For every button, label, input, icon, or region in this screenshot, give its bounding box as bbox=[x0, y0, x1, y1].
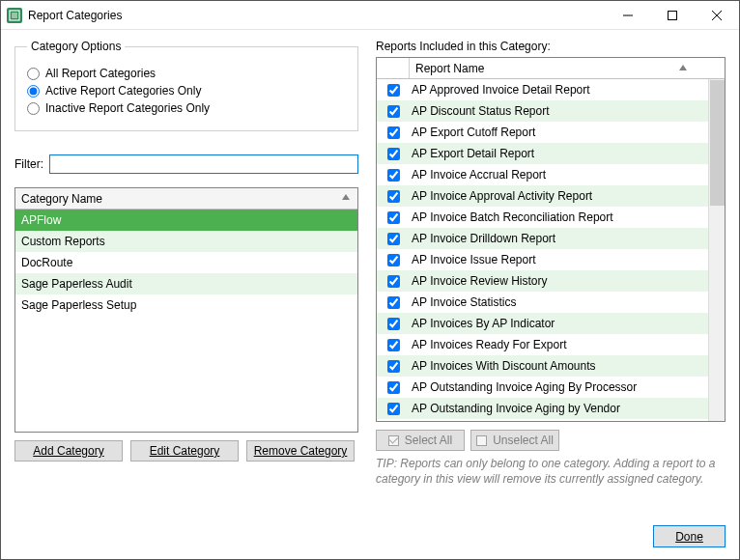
reports-list[interactable]: Report Name AP Approved Invoice Detail R… bbox=[376, 57, 726, 422]
category-header[interactable]: Category Name bbox=[15, 188, 357, 210]
report-row[interactable]: AP Invoice Accrual Report bbox=[377, 164, 708, 185]
minimize-button[interactable] bbox=[606, 1, 650, 29]
close-button[interactable] bbox=[695, 1, 739, 29]
report-name: AP Invoice Review History bbox=[410, 274, 708, 288]
report-name: AP Invoices With Discount Amounts bbox=[410, 359, 708, 373]
unselect-all-button[interactable]: Unselect All bbox=[470, 430, 559, 451]
report-name: AP Invoice Accrual Report bbox=[410, 168, 708, 182]
report-checkbox[interactable] bbox=[387, 403, 400, 415]
report-row[interactable]: AP Approved Invoice Detail Report bbox=[377, 79, 708, 100]
report-checkbox[interactable] bbox=[387, 275, 400, 288]
report-checkbox[interactable] bbox=[387, 126, 400, 139]
report-checkbox[interactable] bbox=[387, 169, 400, 182]
category-options-group: Category Options All Report Categories A… bbox=[14, 40, 358, 131]
report-row[interactable]: AP Invoices By AP Indicator bbox=[377, 313, 708, 334]
edit-category-button[interactable]: Edit Category bbox=[130, 440, 239, 462]
report-name: AP Invoice Statistics bbox=[410, 295, 708, 309]
report-checkbox[interactable] bbox=[387, 105, 400, 118]
report-name: AP Approved Invoice Detail Report bbox=[410, 83, 708, 97]
report-row[interactable]: AP Invoice Review History bbox=[377, 270, 708, 292]
report-checkbox[interactable] bbox=[387, 190, 400, 203]
reports-checkbox-header[interactable] bbox=[377, 58, 410, 78]
report-row[interactable]: AP Export Cutoff Report bbox=[377, 122, 708, 143]
radio-active-only[interactable]: Active Report Categories Only bbox=[27, 84, 346, 98]
report-name: AP Invoices Ready For Export bbox=[410, 338, 708, 351]
app-icon bbox=[7, 8, 22, 23]
report-checkbox[interactable] bbox=[387, 233, 400, 245]
report-row[interactable]: AP Export Detail Report bbox=[377, 143, 708, 164]
report-checkbox[interactable] bbox=[387, 211, 400, 224]
category-options-legend: Category Options bbox=[27, 40, 125, 53]
filter-input[interactable] bbox=[49, 154, 358, 174]
svg-rect-1 bbox=[669, 11, 677, 19]
report-name: AP Invoice Approval Activity Report bbox=[410, 189, 708, 203]
report-row[interactable]: AP Invoice Statistics bbox=[377, 292, 708, 313]
report-name: AP Invoice Batch Reconciliation Report bbox=[410, 210, 708, 224]
report-row[interactable]: AP Invoices With Discount Amounts bbox=[377, 355, 708, 377]
report-row[interactable]: AP Invoices Ready For Export bbox=[377, 334, 708, 355]
window-title: Report Categories bbox=[28, 9, 122, 22]
report-checkbox[interactable] bbox=[387, 148, 400, 160]
report-row[interactable]: AP Outstanding Invoice Aging By Processo… bbox=[377, 377, 708, 398]
report-checkbox[interactable] bbox=[387, 318, 400, 330]
report-row[interactable]: AP Discount Status Report bbox=[377, 100, 708, 122]
report-name: AP Export Detail Report bbox=[410, 147, 708, 160]
report-row[interactable]: AP Invoice Batch Reconciliation Report bbox=[377, 207, 708, 228]
report-name: AP Outstanding Invoice Aging by Vendor bbox=[410, 402, 708, 415]
report-checkbox[interactable] bbox=[387, 84, 400, 97]
checkbox-unchecked-icon bbox=[476, 435, 487, 446]
report-checkbox[interactable] bbox=[387, 381, 400, 394]
radio-inactive-only[interactable]: Inactive Report Categories Only bbox=[27, 101, 346, 115]
report-name: AP Invoice Issue Report bbox=[410, 253, 708, 266]
category-row[interactable]: Sage Paperless Setup bbox=[15, 294, 357, 316]
report-row[interactable]: AP Invoice Approval Activity Report bbox=[377, 185, 708, 207]
checkbox-checked-icon bbox=[388, 435, 399, 446]
category-row[interactable]: Sage Paperless Audit bbox=[15, 273, 357, 294]
sort-ascending-icon bbox=[342, 194, 350, 200]
category-row[interactable]: DocRoute bbox=[15, 252, 357, 273]
report-checkbox[interactable] bbox=[387, 339, 400, 351]
add-category-button[interactable]: Add Category bbox=[14, 440, 123, 462]
report-row[interactable]: AP Invoice Issue Report bbox=[377, 249, 708, 270]
report-checkbox[interactable] bbox=[387, 254, 400, 266]
category-list[interactable]: Category Name APFlowCustom ReportsDocRou… bbox=[14, 187, 358, 433]
reports-name-header[interactable]: Report Name bbox=[410, 58, 708, 78]
report-name: AP Outstanding Invoice Aging By Processo… bbox=[410, 380, 708, 394]
report-name: AP Invoice Drilldown Report bbox=[410, 232, 708, 245]
report-checkbox[interactable] bbox=[387, 360, 400, 373]
reports-scrollbar[interactable] bbox=[708, 79, 725, 421]
report-name: AP Discount Status Report bbox=[410, 104, 708, 118]
select-all-button[interactable]: Select All bbox=[376, 430, 465, 451]
report-name: AP Export Cutoff Report bbox=[410, 126, 708, 139]
report-row[interactable]: AP Outstanding Invoice Aging by Vendor bbox=[377, 398, 708, 419]
report-row[interactable]: AP Invoice Drilldown Report bbox=[377, 228, 708, 249]
scrollbar-thumb[interactable] bbox=[710, 80, 725, 206]
sort-ascending-icon bbox=[679, 65, 687, 70]
reports-label: Reports Included in this Category: bbox=[376, 40, 726, 53]
report-checkbox[interactable] bbox=[387, 296, 400, 309]
category-row[interactable]: Custom Reports bbox=[15, 231, 357, 252]
tip-text: TIP: Reports can only belong to one cate… bbox=[376, 457, 726, 487]
remove-category-button[interactable]: Remove Category bbox=[246, 440, 355, 462]
done-button[interactable]: Done bbox=[653, 525, 726, 547]
maximize-button[interactable] bbox=[650, 1, 695, 29]
category-row[interactable]: APFlow bbox=[15, 210, 357, 231]
titlebar: Report Categories bbox=[1, 1, 739, 30]
filter-label: Filter: bbox=[14, 157, 43, 171]
report-name: AP Invoices By AP Indicator bbox=[410, 317, 708, 330]
radio-all-categories[interactable]: All Report Categories bbox=[27, 67, 346, 80]
